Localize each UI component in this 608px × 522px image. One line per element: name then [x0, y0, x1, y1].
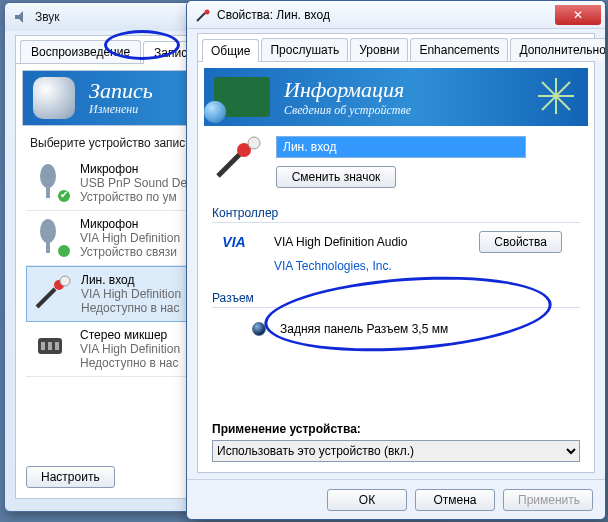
svg-point-3	[40, 219, 56, 243]
svg-marker-0	[15, 11, 23, 23]
cancel-button[interactable]: Отмена	[415, 489, 495, 511]
tab-advanced[interactable]: Дополнительно	[510, 38, 606, 61]
svg-point-6	[60, 276, 70, 286]
info-banner-subtitle: Сведения об устройстве	[284, 103, 411, 118]
properties-tabs: Общие Прослушать Уровни Enhancements Доп…	[198, 34, 594, 62]
jack-group-label: Разъем	[212, 291, 580, 305]
microphone-icon	[30, 162, 70, 202]
device-name: Стерео микшер	[80, 328, 180, 342]
banner-title: Запись	[89, 80, 153, 102]
jack-description: Задняя панель Разъем 3,5 мм	[280, 322, 448, 336]
jack-color-icon	[252, 322, 266, 336]
device-status: Устройство по ум	[80, 190, 187, 204]
line-in-icon	[31, 273, 71, 313]
line-in-icon	[195, 7, 211, 23]
device-name: Микрофон	[80, 162, 187, 176]
sound-card-icon	[214, 77, 270, 117]
device-name: Лин. вход	[81, 273, 181, 287]
close-button[interactable]: ✕	[555, 5, 601, 25]
properties-titlebar: Свойства: Лин. вход ✕	[187, 1, 605, 29]
stereo-mix-icon	[30, 328, 70, 368]
check-badge-icon	[56, 188, 72, 204]
info-banner: Информация Сведения об устройстве	[204, 68, 588, 126]
ok-button[interactable]: ОК	[327, 489, 407, 511]
properties-window: Свойства: Лин. вход ✕ Общие Прослушать У…	[186, 0, 606, 520]
svg-rect-10	[55, 342, 59, 350]
device-name-input[interactable]	[276, 136, 526, 158]
speaker-icon	[13, 9, 29, 25]
controller-group-label: Контроллер	[212, 206, 580, 220]
svg-rect-9	[48, 342, 52, 350]
device-driver: VIA High Definition	[80, 231, 180, 245]
change-icon-button[interactable]: Сменить значок	[276, 166, 396, 188]
line-in-large-icon	[212, 136, 262, 182]
via-logo-icon: VIA	[212, 231, 256, 253]
sound-window-title: Звук	[35, 10, 60, 24]
microphone-icon	[33, 77, 75, 119]
tab-levels[interactable]: Уровни	[350, 38, 408, 61]
device-driver: VIA High Definition	[80, 342, 180, 356]
device-name: Микрофон	[80, 217, 180, 231]
tab-enhancements[interactable]: Enhancements	[410, 38, 508, 61]
svg-point-1	[40, 164, 56, 188]
configure-button[interactable]: Настроить	[26, 466, 115, 488]
device-driver: USB PnP Sound De	[80, 176, 187, 190]
tab-general[interactable]: Общие	[202, 39, 259, 62]
device-driver: VIA High Definition	[81, 287, 181, 301]
sparkle-icon	[534, 74, 578, 118]
device-usage-label: Применение устройства:	[212, 422, 580, 436]
properties-window-title: Свойства: Лин. вход	[217, 8, 330, 22]
properties-footer: ОК Отмена Применить	[187, 479, 605, 519]
svg-point-11	[205, 9, 210, 14]
device-usage-select[interactable]: Использовать это устройство (вкл.)	[212, 440, 580, 462]
device-status: Недоступно в нас	[80, 356, 180, 370]
svg-rect-2	[46, 186, 50, 198]
controller-properties-button[interactable]: Свойства	[479, 231, 562, 253]
apply-button[interactable]: Применить	[503, 489, 593, 511]
device-status: Устройство связи	[80, 245, 180, 259]
svg-point-17	[248, 137, 260, 149]
phone-badge-icon	[56, 243, 72, 259]
controller-vendor-link[interactable]: VIA Technologies, Inc.	[274, 259, 392, 273]
microphone-icon	[30, 217, 70, 257]
tab-listen[interactable]: Прослушать	[261, 38, 348, 61]
controller-name: VIA High Definition Audio	[274, 235, 407, 249]
info-banner-title: Информация	[284, 77, 411, 103]
device-status: Недоступно в нас	[81, 301, 181, 315]
svg-rect-4	[46, 241, 50, 253]
tab-playback[interactable]: Воспроизведение	[20, 40, 141, 63]
svg-rect-8	[41, 342, 45, 350]
banner-subtitle: Изменени	[89, 102, 153, 117]
